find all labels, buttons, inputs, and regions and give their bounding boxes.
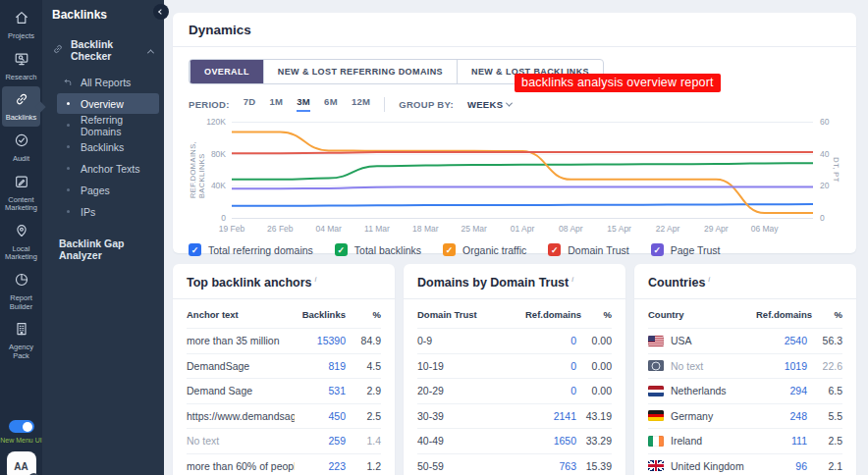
anchor-text: DemandSage — [187, 360, 295, 372]
table-row[interactable]: United Kingdom 96 2.1 — [648, 453, 842, 475]
nav-item[interactable]: Anchor Texts — [57, 158, 159, 179]
table-row[interactable]: Netherlands 294 6.5 — [648, 378, 842, 403]
backlinks-count-link[interactable]: 259 — [295, 435, 346, 447]
app-sidebar-item[interactable]: Research — [2, 46, 40, 86]
table-row[interactable]: 30-39 2141 43.19 — [417, 403, 612, 429]
info-icon[interactable]: i — [315, 275, 317, 284]
period-option[interactable]: 12M — [352, 96, 370, 112]
nav-item[interactable]: All Reports — [57, 72, 159, 92]
table-row[interactable]: No text 259 1.4 — [187, 428, 381, 453]
legend-item-total-referring-domains[interactable]: ✓Total referring domains — [189, 243, 313, 256]
dynamics-tab[interactable]: OVERALL — [190, 60, 263, 83]
percent-value: 84.9 — [346, 335, 381, 346]
country-name: Germany — [671, 410, 713, 422]
legend-item-organic-traffic[interactable]: ✓Organic traffic — [443, 243, 526, 256]
backlinks-count-link[interactable]: 819 — [295, 360, 346, 372]
building-icon — [14, 321, 29, 341]
anchor-text: No text — [187, 435, 295, 447]
legend-checkbox[interactable]: ✓ — [443, 243, 456, 256]
nav-item[interactable]: Backlinks — [57, 136, 159, 157]
legend-item-total-backlinks[interactable]: ✓Total backlinks — [335, 243, 421, 256]
table-row[interactable]: Demand Sage 531 2.9 — [187, 378, 381, 403]
nav-section-backlink-checker[interactable]: Backlink Checker — [50, 35, 159, 65]
refdomains-count-link[interactable]: 248 — [756, 410, 807, 422]
table-row[interactable]: 20-29 0 0.00 — [417, 378, 612, 403]
refdomains-count-link[interactable]: 1019 — [756, 360, 807, 372]
group-by-select[interactable]: WEEKS — [467, 99, 512, 110]
bullet-dot — [67, 102, 70, 105]
table-row[interactable]: 40-49 1650 33.29 — [417, 428, 612, 453]
nav-item-label: Backlinks — [81, 141, 124, 153]
refdomains-count-link[interactable]: 0 — [525, 335, 576, 346]
app-sidebar-item[interactable]: Backlinks — [2, 86, 40, 127]
nav-item[interactable]: Referring Domains — [57, 115, 159, 135]
top-backlink-anchors-card: Top backlink anchorsi Anchor text Backli… — [173, 264, 395, 475]
backlinks-count-link[interactable]: 531 — [295, 385, 346, 396]
legend-item-domain-trust[interactable]: ✓Domain Trust — [548, 243, 628, 256]
refdomains-count-link[interactable]: 2540 — [756, 335, 807, 346]
table-row[interactable]: Ireland 111 2.5 — [648, 428, 842, 453]
legend-checkbox[interactable]: ✓ — [189, 243, 201, 256]
refdomains-count-link[interactable]: 0 — [525, 385, 576, 396]
legend-checkbox[interactable]: ✓ — [548, 243, 561, 256]
group-by-value: WEEKS — [467, 99, 503, 110]
nav-item-label: Referring Domains — [81, 114, 153, 137]
info-icon[interactable]: i — [708, 275, 710, 284]
series-line-total-referring-domains — [232, 204, 813, 206]
table-row[interactable]: No text 1019 22.6 — [648, 353, 842, 379]
legend-checkbox[interactable]: ✓ — [651, 243, 664, 256]
table-row[interactable]: more than 60% of people sai... 223 1.2 — [187, 453, 381, 475]
app-sidebar-item[interactable]: Projects — [2, 5, 40, 45]
table-row[interactable]: https://www.demandsage.c... 450 2.5 — [187, 403, 381, 429]
nav-item[interactable]: Pages — [57, 180, 159, 200]
app-sidebar-item[interactable]: Local Marketing — [2, 218, 40, 266]
info-icon[interactable]: i — [571, 275, 573, 284]
chevron-up-icon[interactable] — [148, 44, 153, 56]
us-flag-icon — [648, 336, 664, 346]
avatar[interactable]: AA — [7, 451, 36, 475]
refdomains-count-link[interactable]: 111 — [756, 435, 807, 447]
legend-checkbox[interactable]: ✓ — [335, 243, 348, 256]
table-row[interactable]: Germany 248 5.5 — [648, 403, 842, 429]
percent-value: 2.5 — [346, 410, 381, 422]
period-option[interactable]: 7D — [244, 96, 256, 112]
table-row[interactable]: USA 2540 56.3 — [648, 328, 842, 353]
app-sidebar-item[interactable]: Agency Pack — [2, 316, 40, 364]
table-row[interactable]: 50-59 763 15.39 — [417, 453, 612, 475]
gb-flag-icon — [648, 460, 664, 471]
nav-item[interactable]: Overview — [57, 93, 159, 114]
app-sidebar-item[interactable]: Audit — [2, 128, 40, 168]
table-header: Domain Trust Ref.domains % — [417, 299, 612, 328]
country-name: Netherlands — [671, 385, 727, 396]
sidebar-collapse-button[interactable] — [153, 4, 169, 20]
refdomains-count-link[interactable]: 0 — [525, 360, 576, 372]
table-row[interactable]: 0-9 0 0.00 — [417, 328, 612, 353]
app-sidebar-item[interactable]: Content Marketing — [2, 169, 40, 217]
refdomains-count-link[interactable]: 1650 — [525, 435, 576, 447]
period-option[interactable]: 3M — [297, 96, 310, 112]
edit-icon — [14, 174, 29, 193]
app-icon-sidebar: Projects Research Backlinks Audit Conten… — [0, 0, 42, 475]
backlinks-count-link[interactable]: 450 — [295, 410, 346, 422]
period-option[interactable]: 6M — [324, 96, 338, 112]
refdomains-count-link[interactable]: 763 — [525, 460, 576, 472]
table-row[interactable]: 10-19 0 0.00 — [417, 353, 612, 379]
refdomains-count-link[interactable]: 294 — [756, 385, 807, 396]
chart-plot-area[interactable]: REF.DOMAINS, BACKLINKS DT, PT 040K80K120… — [232, 122, 813, 218]
refdomains-count-link[interactable]: 2141 — [525, 410, 576, 422]
refdomains-count-link[interactable]: 96 — [756, 460, 807, 472]
table-row[interactable]: more than 35 million 15390 84.9 — [187, 328, 381, 353]
legend-item-page-trust[interactable]: ✓Page Trust — [651, 243, 721, 256]
dynamics-tab[interactable]: NEW & LOST REFERRING DOMAINS — [263, 60, 457, 83]
table-row[interactable]: DemandSage 819 4.5 — [187, 353, 381, 379]
backlinks-count-link[interactable]: 15390 — [295, 335, 346, 346]
nav-item-backlink-gap-analyzer[interactable]: Backlink Gap Analyzer — [50, 235, 159, 264]
backlinks-nav-sidebar: Backlinks Backlink Checker All Reports O… — [42, 0, 164, 475]
app-sidebar-item[interactable]: Report Builder — [2, 267, 40, 315]
dynamics-chart: REF.DOMAINS, BACKLINKS DT, PT 040K80K120… — [189, 120, 841, 236]
new-menu-toggle[interactable] — [9, 420, 34, 433]
backlinks-count-link[interactable]: 223 — [295, 460, 346, 472]
ie-flag-icon — [648, 436, 664, 447]
nav-item[interactable]: IPs — [57, 201, 159, 222]
period-option[interactable]: 1M — [269, 96, 283, 112]
